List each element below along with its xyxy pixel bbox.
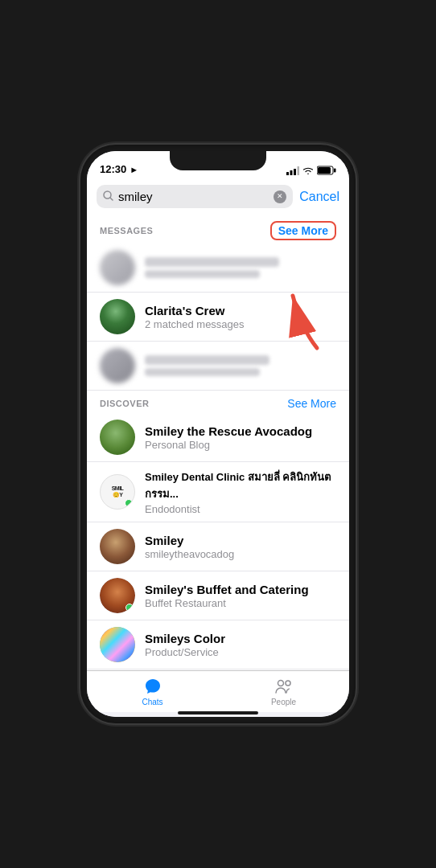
item-info [145, 355, 336, 376]
battery-icon [317, 166, 336, 175]
chats-label: Chats [142, 698, 162, 706]
status-time: 12:30 ► [100, 163, 138, 175]
search-input-wrap[interactable]: smiley [97, 185, 293, 208]
item-name: Clarita's Crew [145, 304, 336, 317]
item-info: Smiley Dental Clinic สมายลี่ คลินิกทันตก… [145, 469, 336, 515]
tab-people[interactable]: People [218, 677, 349, 706]
avatar [100, 627, 135, 662]
messages-see-more-button[interactable]: See More [270, 221, 336, 240]
svg-rect-2 [294, 169, 296, 175]
people-icon [274, 677, 294, 696]
avatar [100, 299, 135, 334]
discover-item-4[interactable]: Smiley's Buffet and Catering Buffet Rest… [87, 571, 349, 620]
avatar [100, 348, 135, 383]
avatar [100, 529, 135, 564]
phone-screen: 12:30 ► [87, 151, 349, 717]
home-bar [178, 711, 258, 714]
svg-point-10 [286, 681, 290, 686]
search-query[interactable]: smiley [118, 190, 269, 203]
search-bar-row: smiley Cancel [87, 178, 349, 215]
main-content: smiley Cancel MESSAGES See More [87, 178, 349, 670]
clear-search-button[interactable] [274, 190, 286, 203]
svg-rect-6 [334, 169, 336, 173]
svg-rect-5 [318, 167, 331, 174]
location-icon: ► [130, 165, 138, 174]
phone-frame: 12:30 ► [80, 145, 356, 723]
people-label: People [271, 698, 296, 706]
chats-icon [143, 677, 162, 696]
discover-section-label: DISCOVER [100, 399, 149, 408]
blurred-sub [145, 368, 260, 376]
status-icons [286, 166, 336, 175]
avatar [100, 250, 135, 285]
online-indicator [125, 499, 133, 507]
online-indicator [125, 604, 134, 612]
item-name: Smiley the Rescue Avocadog [145, 424, 336, 438]
svg-line-8 [110, 198, 113, 200]
avatar [100, 420, 135, 455]
message-item-2[interactable]: Clarita's Crew 2 matched messages [87, 293, 349, 342]
home-indicator [87, 712, 349, 717]
svg-rect-3 [298, 166, 300, 175]
item-name: Smiley's Buffet and Catering [145, 583, 336, 596]
discover-section-header: DISCOVER See More [87, 391, 349, 413]
item-name: Smiley [145, 534, 336, 547]
avatar: SMIL😊Y [100, 474, 135, 510]
wifi-icon [302, 166, 314, 175]
item-sub: Personal Blog [145, 439, 336, 451]
signal-icon [286, 166, 299, 175]
blurred-name [145, 355, 269, 365]
discover-item-3[interactable]: Smiley smileytheavocadog [87, 522, 349, 571]
notch [170, 151, 266, 170]
discover-item-5[interactable]: Smileys Color Product/Service [87, 620, 349, 669]
svg-rect-1 [290, 170, 293, 175]
message-item-1[interactable] [87, 244, 349, 293]
item-sub: Buffet Restaurant [145, 597, 336, 609]
avatar [100, 578, 135, 613]
cancel-button[interactable]: Cancel [299, 190, 339, 204]
item-name: Smileys Color [145, 632, 336, 645]
item-info: Smiley smileytheavocadog [145, 534, 336, 560]
discover-item-2[interactable]: SMIL😊Y Smiley Dental Clinic สมายลี่ คลิน… [87, 462, 349, 522]
message-item-3[interactable] [87, 342, 349, 391]
tab-bar: Chats People [87, 670, 349, 712]
blurred-sub [145, 270, 260, 278]
item-name: Smiley Dental Clinic สมายลี่ คลินิกทันตก… [145, 469, 336, 502]
item-info: Smileys Color Product/Service [145, 632, 336, 658]
search-icon [103, 190, 113, 203]
item-sub: Product/Service [145, 646, 336, 658]
item-info [145, 257, 336, 278]
discover-see-more-button[interactable]: See More [287, 397, 336, 410]
svg-rect-0 [286, 172, 289, 175]
item-info: Smiley's Buffet and Catering Buffet Rest… [145, 583, 336, 609]
time-display: 12:30 [100, 163, 126, 175]
messages-section-header: MESSAGES See More [87, 215, 349, 244]
messages-section-label: MESSAGES [100, 226, 153, 235]
svg-point-9 [278, 681, 283, 686]
item-info: Smiley the Rescue Avocadog Personal Blog [145, 424, 336, 451]
item-info: Clarita's Crew 2 matched messages [145, 304, 336, 330]
blurred-name [145, 257, 279, 267]
item-sub: 2 matched messages [145, 318, 336, 330]
item-sub: Endodontist [145, 503, 336, 515]
tab-chats[interactable]: Chats [87, 677, 218, 706]
discover-item-1[interactable]: Smiley the Rescue Avocadog Personal Blog [87, 413, 349, 462]
item-sub: smileytheavocadog [145, 548, 336, 560]
